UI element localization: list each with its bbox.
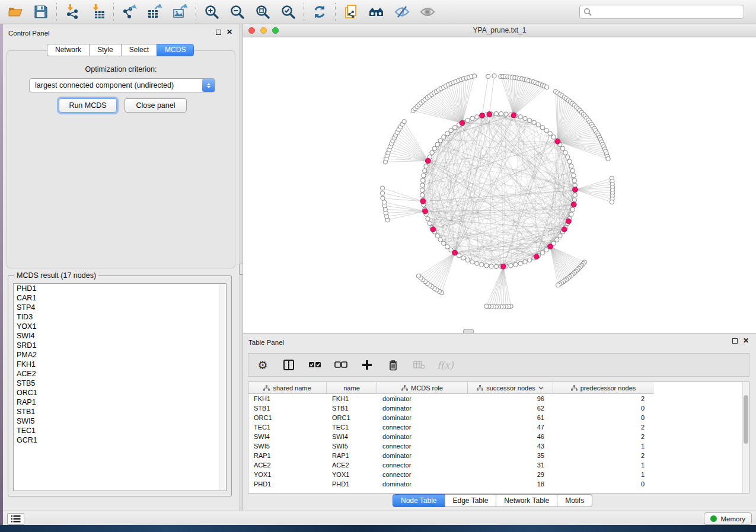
mcds-hub-node[interactable]: [562, 227, 567, 232]
network-node[interactable]: [422, 174, 426, 178]
table-row[interactable]: ORC1ORC1dominator610: [248, 413, 743, 422]
search-network-icon[interactable]: [369, 4, 384, 20]
open-file-icon[interactable]: [8, 4, 23, 20]
export-network-icon[interactable]: [122, 4, 137, 20]
network-node[interactable]: [426, 217, 430, 221]
network-edge[interactable]: [382, 188, 423, 201]
mcds-hub-node[interactable]: [460, 120, 465, 126]
network-node[interactable]: [435, 142, 439, 146]
import-table-icon[interactable]: [90, 4, 106, 20]
zoom-in-icon[interactable]: [204, 4, 219, 20]
hide-selected-icon[interactable]: [394, 4, 410, 20]
network-node[interactable]: [420, 183, 425, 187]
network-node[interactable]: [570, 169, 575, 173]
network-leaf-node[interactable]: [492, 73, 496, 78]
network-leaf-node[interactable]: [556, 283, 560, 287]
import-network-icon[interactable]: [65, 4, 80, 20]
mcds-hub-node[interactable]: [548, 244, 553, 249]
mcds-result-item[interactable]: SWI4: [14, 331, 226, 341]
mcds-hub-node[interactable]: [571, 202, 576, 207]
network-node[interactable]: [428, 221, 432, 225]
refresh-view-icon[interactable]: [312, 4, 327, 20]
network-edge[interactable]: [575, 184, 613, 190]
network-node[interactable]: [442, 135, 446, 139]
network-leaf-node[interactable]: [380, 186, 384, 190]
network-node[interactable]: [528, 118, 532, 122]
memory-button[interactable]: Memory: [704, 512, 752, 525]
network-node[interactable]: [470, 116, 474, 120]
network-edge[interactable]: [385, 161, 428, 162]
network-leaf-node[interactable]: [486, 74, 490, 78]
network-node[interactable]: [420, 188, 424, 192]
tab-network[interactable]: Network: [47, 44, 90, 56]
network-node[interactable]: [569, 212, 573, 216]
network-edge[interactable]: [575, 178, 612, 190]
zoom-selected-icon[interactable]: [280, 4, 296, 20]
float-panel-icon[interactable]: [732, 338, 738, 344]
tab-network-table[interactable]: Network Table: [496, 494, 557, 507]
network-edge[interactable]: [486, 267, 503, 306]
network-node[interactable]: [518, 115, 522, 119]
network-node[interactable]: [452, 125, 457, 129]
network-node[interactable]: [540, 125, 544, 129]
network-node[interactable]: [528, 258, 532, 262]
table-row[interactable]: SWI5SWI5connector431: [248, 441, 743, 451]
mcds-result-item[interactable]: RAP1: [14, 398, 226, 407]
close-panel-icon[interactable]: ✕: [743, 338, 749, 344]
mcds-hub-node[interactable]: [487, 112, 492, 117]
network-leaf-node[interactable]: [416, 274, 420, 278]
network-node[interactable]: [480, 262, 484, 267]
network-leaf-node[interactable]: [544, 85, 548, 89]
deselect-all-icon[interactable]: [334, 358, 348, 372]
mcds-result-item[interactable]: GCR1: [14, 435, 226, 445]
mcds-hub-node[interactable]: [452, 250, 458, 255]
network-node[interactable]: [504, 112, 508, 116]
run-mcds-button[interactable]: Run MCDS: [59, 98, 117, 113]
select-all-icon[interactable]: [308, 358, 322, 372]
network-node[interactable]: [544, 128, 548, 132]
mcds-hub-node[interactable]: [566, 219, 571, 224]
network-edge[interactable]: [430, 253, 455, 286]
mcds-hub-node[interactable]: [534, 254, 539, 259]
column-header-name[interactable]: name: [327, 382, 377, 394]
export-table-icon[interactable]: [147, 4, 162, 20]
tab-select[interactable]: Select: [121, 44, 157, 56]
network-node[interactable]: [569, 164, 573, 168]
network-edge[interactable]: [382, 193, 423, 201]
mcds-result-list[interactable]: PHD1CAR1STP4TID3YOX1SWI4SRD1PMA2FKH1ACE2…: [13, 283, 227, 491]
network-node[interactable]: [484, 264, 489, 268]
tab-mcds[interactable]: MCDS: [157, 44, 194, 56]
mcds-hub-node[interactable]: [511, 113, 516, 118]
network-node[interactable]: [438, 139, 442, 143]
mcds-result-item[interactable]: TEC1: [14, 426, 226, 435]
network-node[interactable]: [558, 233, 562, 238]
network-edge[interactable]: [513, 82, 533, 115]
mcds-result-item[interactable]: STP4: [14, 303, 226, 312]
network-node[interactable]: [442, 241, 446, 245]
network-node[interactable]: [432, 146, 436, 150]
network-node[interactable]: [435, 233, 439, 238]
network-node[interactable]: [532, 120, 536, 124]
scrollbar-thumb[interactable]: [744, 395, 748, 444]
network-node[interactable]: [509, 264, 513, 268]
network-node[interactable]: [523, 259, 527, 264]
network-edge[interactable]: [575, 190, 612, 199]
tab-style[interactable]: Style: [89, 44, 122, 56]
network-node[interactable]: [555, 238, 559, 242]
network-edge[interactable]: [513, 84, 540, 115]
table-row[interactable]: STB1STB1dominator620: [248, 403, 743, 413]
network-edge[interactable]: [403, 124, 428, 161]
network-node[interactable]: [536, 123, 540, 127]
network-edge[interactable]: [556, 92, 557, 142]
network-node[interactable]: [475, 261, 479, 265]
network-edge[interactable]: [393, 141, 428, 161]
tab-node-table[interactable]: Node Table: [393, 494, 445, 507]
mcds-hub-node[interactable]: [420, 198, 426, 204]
mcds-result-item[interactable]: YOX1: [14, 322, 226, 331]
network-node[interactable]: [544, 248, 548, 252]
network-node[interactable]: [461, 256, 465, 260]
mcds-result-item[interactable]: PHD1: [14, 284, 226, 293]
network-node[interactable]: [513, 262, 518, 267]
zoom-out-icon[interactable]: [229, 4, 245, 20]
network-node[interactable]: [489, 264, 493, 268]
